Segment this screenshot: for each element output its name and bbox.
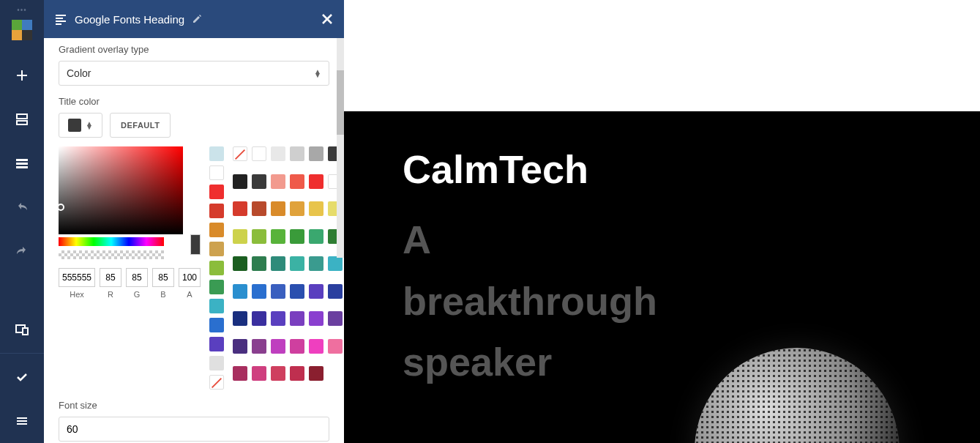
preset-swatch[interactable]	[233, 366, 247, 381]
preset-swatch[interactable]	[290, 146, 304, 161]
preset-swatch[interactable]	[252, 339, 266, 354]
r-input[interactable]	[100, 268, 121, 287]
preset-swatch[interactable]	[290, 201, 304, 216]
preset-swatch[interactable]	[233, 339, 247, 354]
preset-swatch[interactable]	[252, 284, 266, 299]
preset-swatch[interactable]	[328, 311, 343, 326]
panel-header: Google Fonts Heading	[44, 0, 344, 38]
preset-swatch-none[interactable]	[209, 375, 224, 390]
fontsize-input[interactable]	[59, 417, 329, 442]
save-button[interactable]	[0, 355, 44, 399]
b-input[interactable]	[152, 268, 174, 287]
preset-swatch[interactable]	[209, 356, 224, 371]
default-color-button[interactable]: DEFAULT	[110, 113, 171, 138]
preset-swatch[interactable]	[290, 366, 304, 381]
preview-whitespace	[344, 0, 980, 111]
hex-input[interactable]	[59, 268, 95, 287]
preset-swatch[interactable]	[290, 284, 304, 299]
preset-swatch[interactable]	[271, 174, 285, 189]
preset-swatch[interactable]	[271, 339, 285, 354]
preset-swatch[interactable]	[271, 366, 285, 381]
preset-swatch[interactable]	[309, 256, 323, 271]
scrollbar-thumb[interactable]	[337, 70, 344, 135]
preset-swatch[interactable]	[252, 229, 266, 244]
preset-swatch[interactable]	[209, 204, 224, 218]
preset-swatch[interactable]	[309, 311, 323, 326]
preset-swatch[interactable]	[252, 201, 266, 216]
preset-swatch[interactable]	[309, 366, 323, 381]
preset-swatch[interactable]	[252, 256, 266, 271]
preset-swatch[interactable]	[233, 201, 247, 216]
preset-swatch[interactable]	[290, 174, 304, 189]
preset-swatch[interactable]	[233, 284, 247, 299]
preset-swatch[interactable]	[252, 146, 266, 161]
responsive-button[interactable]	[0, 308, 44, 351]
saturation-cursor[interactable]	[57, 204, 64, 211]
preset-swatch[interactable]	[309, 146, 323, 161]
preset-swatch[interactable]	[233, 311, 247, 326]
preset-swatch[interactable]	[271, 201, 285, 216]
preset-swatch[interactable]	[252, 366, 266, 381]
preset-swatch[interactable]	[209, 185, 224, 199]
gradient-type-select[interactable]: Color ▲▼	[59, 61, 329, 86]
edit-title-icon[interactable]	[192, 14, 202, 24]
preset-swatch[interactable]	[328, 256, 343, 271]
preset-swatch[interactable]	[290, 339, 304, 354]
preset-swatch[interactable]	[209, 242, 224, 256]
templates-button[interactable]	[0, 97, 44, 141]
heading-icon	[54, 12, 67, 26]
preset-swatch[interactable]	[290, 256, 304, 271]
preset-swatch[interactable]	[309, 174, 323, 189]
a-input[interactable]	[179, 268, 201, 287]
alpha-slider[interactable]	[59, 250, 164, 259]
preset-swatch[interactable]	[309, 284, 323, 299]
preset-swatch[interactable]	[271, 146, 285, 161]
preset-swatch[interactable]	[209, 165, 224, 180]
tree-view-button[interactable]	[0, 141, 44, 185]
saturation-area[interactable]	[59, 146, 183, 234]
preset-swatch[interactable]	[271, 311, 285, 326]
left-rail: •••	[0, 0, 44, 443]
preset-swatch[interactable]	[209, 280, 224, 294]
preset-swatch[interactable]	[209, 337, 224, 351]
preset-swatch[interactable]	[328, 339, 343, 354]
undo-button[interactable]	[0, 185, 44, 229]
preset-swatch[interactable]	[290, 311, 304, 326]
preset-swatch[interactable]	[290, 229, 304, 244]
add-element-button[interactable]	[0, 53, 44, 97]
svg-rect-1	[17, 121, 27, 124]
b-label: B	[160, 290, 165, 299]
preset-swatch[interactable]	[309, 339, 323, 354]
preset-swatch[interactable]	[328, 284, 343, 299]
menu-button[interactable]	[0, 399, 44, 443]
preset-swatch[interactable]	[209, 299, 224, 313]
preset-swatch[interactable]	[271, 229, 285, 244]
preset-swatch[interactable]	[209, 318, 224, 332]
select-arrows-icon: ▲▼	[86, 122, 93, 129]
preset-swatch[interactable]	[209, 223, 224, 237]
hue-slider[interactable]	[59, 237, 164, 246]
preset-swatch[interactable]	[209, 146, 224, 161]
title-color-swatch-dropdown[interactable]: ▲▼	[59, 113, 102, 138]
title-color-label: Title color	[59, 96, 329, 107]
current-color-swatch	[68, 119, 81, 132]
redo-button[interactable]	[0, 229, 44, 273]
g-input[interactable]	[126, 268, 148, 287]
preset-swatch[interactable]	[233, 256, 247, 271]
preset-swatch[interactable]	[233, 229, 247, 244]
gradient-type-label: Gradient overlay type	[59, 44, 329, 55]
preset-swatch-none[interactable]	[233, 146, 247, 161]
preset-swatch[interactable]	[271, 284, 285, 299]
preset-swatch[interactable]	[309, 201, 323, 216]
panel-scrollbar[interactable]	[337, 38, 344, 258]
close-panel-button[interactable]	[321, 12, 334, 26]
preset-swatch[interactable]	[309, 229, 323, 244]
fontsize-label: Font size	[59, 400, 329, 411]
panel-body: Gradient overlay type Color ▲▼ Title col…	[44, 38, 344, 443]
preset-swatch[interactable]	[271, 256, 285, 271]
preset-swatch[interactable]	[252, 174, 266, 189]
preset-swatch[interactable]	[252, 311, 266, 326]
preset-swatch[interactable]	[209, 261, 224, 275]
g-label: G	[134, 290, 141, 299]
preset-swatch[interactable]	[233, 174, 247, 189]
